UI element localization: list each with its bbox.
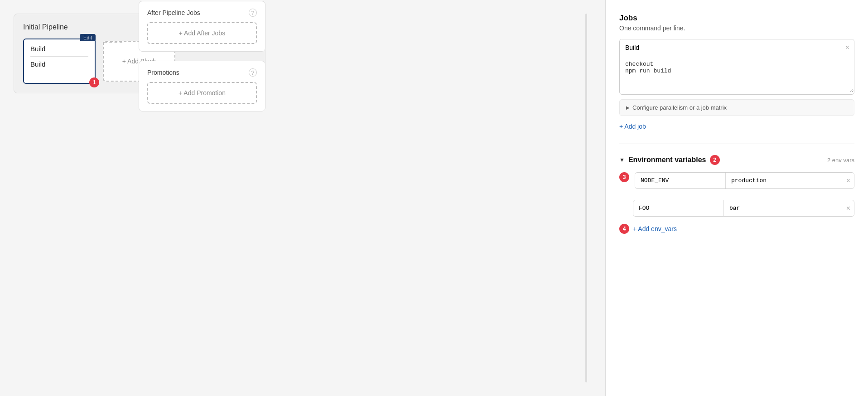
job-input-wrapper: × checkout npm run build: [619, 39, 854, 95]
block-subtitle: Build: [30, 60, 88, 68]
step3-badge: 3: [619, 172, 629, 182]
add-after-jobs-button[interactable]: + Add After Jobs: [147, 22, 257, 44]
collapse-arrow-icon[interactable]: ▼: [619, 157, 625, 163]
env-var-row-2: ×: [633, 200, 854, 217]
env-var-row-1-outer: 3 ×: [619, 172, 854, 194]
promotions-panel: Promotions ? + Add Promotion: [139, 61, 265, 111]
env-var-key-1[interactable]: [635, 173, 726, 188]
job-close-button[interactable]: ×: [845, 44, 849, 51]
add-job-link[interactable]: + Add job: [619, 123, 646, 130]
block-divider: [30, 56, 88, 57]
env-vars-count: 2 env vars: [827, 157, 854, 164]
section-divider: [619, 144, 854, 144]
env-vars-step-badge: 2: [710, 155, 720, 165]
parallelism-row[interactable]: ▶ Configure parallelism or a job matrix: [619, 99, 854, 116]
triangle-icon: ▶: [626, 105, 630, 110]
right-panel: Jobs One command per line. × checkout np…: [605, 0, 868, 396]
block-step-badge: 1: [89, 77, 99, 87]
add-env-link[interactable]: + Add env_vars: [633, 225, 677, 232]
edit-badge[interactable]: Edit: [80, 34, 96, 41]
env-var-close-2[interactable]: ×: [846, 204, 850, 212]
env-var-key-2[interactable]: [633, 200, 724, 216]
build-block[interactable]: Edit Build Build 1: [23, 39, 96, 84]
after-jobs-help-icon[interactable]: ?: [249, 9, 257, 17]
env-var-value-2[interactable]: [724, 200, 854, 216]
env-var-value-1[interactable]: [726, 173, 854, 188]
block-title: Build: [30, 45, 88, 53]
env-var-row-1: ×: [635, 172, 854, 189]
after-jobs-title: After Pipeline Jobs: [147, 9, 200, 16]
env-var-row-2-outer: ×: [619, 200, 854, 217]
promotions-title: Promotions: [147, 69, 179, 76]
job-name-input[interactable]: [620, 39, 854, 56]
jobs-textarea[interactable]: checkout npm run build: [620, 56, 854, 92]
connector-line: [104, 42, 122, 43]
after-jobs-panel: After Pipeline Jobs ? + Add After Jobs: [139, 1, 265, 52]
jobs-title: Jobs: [619, 14, 854, 23]
env-var-close-1[interactable]: ×: [846, 177, 850, 185]
vertical-divider: [585, 14, 587, 382]
env-vars-header: ▼ Environment variables 2 2 env vars: [619, 155, 854, 165]
add-env-row: 4 + Add env_vars: [619, 224, 854, 234]
env-vars-title: ▼ Environment variables 2: [619, 155, 720, 165]
parallelism-label: Configure parallelism or a job matrix: [632, 104, 727, 111]
right-section: After Pipeline Jobs ? + Add After Jobs P…: [139, 1, 265, 111]
add-promotion-button[interactable]: + Add Promotion: [147, 82, 257, 104]
step4-badge: 4: [619, 224, 629, 234]
promotions-help-icon[interactable]: ?: [249, 68, 257, 77]
jobs-subtitle: One command per line.: [619, 24, 854, 32]
